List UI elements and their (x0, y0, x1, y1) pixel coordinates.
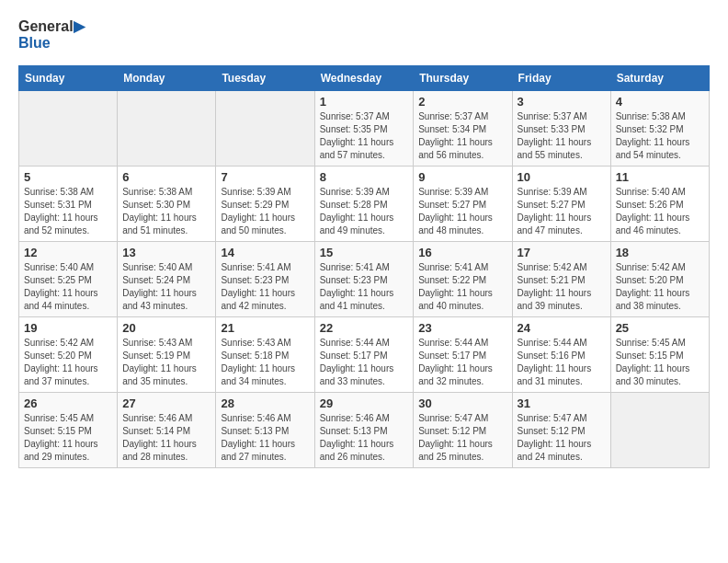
day-info: Sunrise: 5:38 AM Sunset: 5:32 PM Dayligh… (616, 110, 704, 162)
logo-text: General▶ Blue (18, 18, 85, 51)
col-header-saturday: Saturday (610, 66, 709, 91)
week-row-1: 1Sunrise: 5:37 AM Sunset: 5:35 PM Daylig… (19, 91, 710, 167)
day-info: Sunrise: 5:45 AM Sunset: 5:15 PM Dayligh… (24, 412, 112, 464)
day-cell: 1Sunrise: 5:37 AM Sunset: 5:35 PM Daylig… (314, 91, 414, 167)
day-number: 17 (518, 246, 606, 259)
day-info: Sunrise: 5:40 AM Sunset: 5:24 PM Dayligh… (122, 261, 210, 313)
col-header-thursday: Thursday (414, 66, 512, 91)
day-cell: 5Sunrise: 5:38 AM Sunset: 5:31 PM Daylig… (19, 167, 118, 242)
calendar-table: SundayMondayTuesdayWednesdayThursdayFrid… (18, 65, 710, 468)
day-cell: 23Sunrise: 5:44 AM Sunset: 5:17 PM Dayli… (414, 317, 512, 393)
day-info: Sunrise: 5:39 AM Sunset: 5:27 PM Dayligh… (518, 186, 606, 237)
day-number: 9 (418, 170, 506, 184)
day-info: Sunrise: 5:37 AM Sunset: 5:33 PM Dayligh… (518, 110, 606, 162)
day-info: Sunrise: 5:46 AM Sunset: 5:14 PM Dayligh… (122, 412, 210, 464)
day-number: 31 (518, 396, 606, 410)
col-header-monday: Monday (118, 66, 216, 91)
day-cell: 16Sunrise: 5:41 AM Sunset: 5:22 PM Dayli… (414, 242, 512, 317)
day-cell (216, 91, 314, 167)
day-number: 20 (122, 321, 210, 335)
day-number: 15 (320, 246, 409, 259)
day-info: Sunrise: 5:44 AM Sunset: 5:16 PM Dayligh… (518, 337, 606, 388)
day-cell (19, 91, 118, 167)
day-cell: 30Sunrise: 5:47 AM Sunset: 5:12 PM Dayli… (414, 393, 512, 468)
day-cell: 25Sunrise: 5:45 AM Sunset: 5:15 PM Dayli… (610, 317, 709, 393)
day-info: Sunrise: 5:46 AM Sunset: 5:13 PM Dayligh… (320, 412, 409, 464)
day-cell: 13Sunrise: 5:40 AM Sunset: 5:24 PM Dayli… (118, 242, 216, 317)
day-number: 6 (122, 170, 210, 184)
day-cell: 14Sunrise: 5:41 AM Sunset: 5:23 PM Dayli… (216, 242, 314, 317)
day-number: 19 (24, 321, 112, 335)
day-number: 8 (320, 170, 409, 184)
day-info: Sunrise: 5:41 AM Sunset: 5:23 PM Dayligh… (320, 261, 409, 313)
day-cell: 7Sunrise: 5:39 AM Sunset: 5:29 PM Daylig… (216, 167, 314, 242)
day-info: Sunrise: 5:47 AM Sunset: 5:12 PM Dayligh… (518, 412, 606, 464)
day-number: 7 (221, 170, 309, 184)
day-info: Sunrise: 5:39 AM Sunset: 5:28 PM Dayligh… (320, 186, 409, 237)
day-number: 13 (122, 246, 210, 259)
day-cell: 11Sunrise: 5:40 AM Sunset: 5:26 PM Dayli… (610, 167, 709, 242)
day-info: Sunrise: 5:38 AM Sunset: 5:31 PM Dayligh… (24, 186, 112, 237)
day-info: Sunrise: 5:42 AM Sunset: 5:20 PM Dayligh… (24, 337, 112, 388)
day-cell: 3Sunrise: 5:37 AM Sunset: 5:33 PM Daylig… (512, 91, 610, 167)
day-number: 30 (418, 396, 506, 410)
day-cell: 22Sunrise: 5:44 AM Sunset: 5:17 PM Dayli… (314, 317, 414, 393)
day-cell: 21Sunrise: 5:43 AM Sunset: 5:18 PM Dayli… (216, 317, 314, 393)
day-info: Sunrise: 5:43 AM Sunset: 5:19 PM Dayligh… (122, 337, 210, 388)
week-row-4: 19Sunrise: 5:42 AM Sunset: 5:20 PM Dayli… (19, 317, 710, 393)
day-number: 3 (518, 95, 606, 109)
week-row-2: 5Sunrise: 5:38 AM Sunset: 5:31 PM Daylig… (19, 167, 710, 242)
day-cell: 15Sunrise: 5:41 AM Sunset: 5:23 PM Dayli… (314, 242, 414, 317)
day-info: Sunrise: 5:41 AM Sunset: 5:22 PM Dayligh… (418, 261, 506, 313)
day-number: 1 (320, 95, 409, 109)
day-cell (610, 393, 709, 468)
header: General▶ Blue (18, 18, 710, 51)
day-number: 29 (320, 396, 409, 410)
day-cell: 10Sunrise: 5:39 AM Sunset: 5:27 PM Dayli… (512, 167, 610, 242)
day-cell: 2Sunrise: 5:37 AM Sunset: 5:34 PM Daylig… (414, 91, 512, 167)
logo: General▶ Blue (18, 18, 85, 51)
day-cell: 8Sunrise: 5:39 AM Sunset: 5:28 PM Daylig… (314, 167, 414, 242)
day-info: Sunrise: 5:47 AM Sunset: 5:12 PM Dayligh… (418, 412, 506, 464)
day-cell: 28Sunrise: 5:46 AM Sunset: 5:13 PM Dayli… (216, 393, 314, 468)
day-number: 11 (616, 170, 704, 184)
day-cell: 9Sunrise: 5:39 AM Sunset: 5:27 PM Daylig… (414, 167, 512, 242)
day-info: Sunrise: 5:46 AM Sunset: 5:13 PM Dayligh… (221, 412, 309, 464)
day-cell: 26Sunrise: 5:45 AM Sunset: 5:15 PM Dayli… (19, 393, 118, 468)
day-info: Sunrise: 5:44 AM Sunset: 5:17 PM Dayligh… (320, 337, 409, 388)
day-cell: 27Sunrise: 5:46 AM Sunset: 5:14 PM Dayli… (118, 393, 216, 468)
day-cell: 24Sunrise: 5:44 AM Sunset: 5:16 PM Dayli… (512, 317, 610, 393)
col-header-friday: Friday (512, 66, 610, 91)
header-row: SundayMondayTuesdayWednesdayThursdayFrid… (19, 66, 710, 91)
day-cell: 31Sunrise: 5:47 AM Sunset: 5:12 PM Dayli… (512, 393, 610, 468)
day-number: 24 (518, 321, 606, 335)
day-number: 22 (320, 321, 409, 335)
day-cell: 6Sunrise: 5:38 AM Sunset: 5:30 PM Daylig… (118, 167, 216, 242)
day-info: Sunrise: 5:42 AM Sunset: 5:21 PM Dayligh… (518, 261, 606, 313)
day-number: 18 (616, 246, 704, 259)
day-number: 27 (122, 396, 210, 410)
day-cell: 19Sunrise: 5:42 AM Sunset: 5:20 PM Dayli… (19, 317, 118, 393)
col-header-wednesday: Wednesday (314, 66, 414, 91)
day-info: Sunrise: 5:40 AM Sunset: 5:25 PM Dayligh… (24, 261, 112, 313)
col-header-sunday: Sunday (19, 66, 118, 91)
day-number: 21 (221, 321, 309, 335)
day-number: 28 (221, 396, 309, 410)
day-info: Sunrise: 5:39 AM Sunset: 5:27 PM Dayligh… (418, 186, 506, 237)
day-info: Sunrise: 5:38 AM Sunset: 5:30 PM Dayligh… (122, 186, 210, 237)
day-number: 23 (418, 321, 506, 335)
day-info: Sunrise: 5:43 AM Sunset: 5:18 PM Dayligh… (221, 337, 309, 388)
day-number: 16 (418, 246, 506, 259)
day-cell: 12Sunrise: 5:40 AM Sunset: 5:25 PM Dayli… (19, 242, 118, 317)
day-number: 12 (24, 246, 112, 259)
day-cell: 4Sunrise: 5:38 AM Sunset: 5:32 PM Daylig… (610, 91, 709, 167)
day-cell: 18Sunrise: 5:42 AM Sunset: 5:20 PM Dayli… (610, 242, 709, 317)
day-info: Sunrise: 5:37 AM Sunset: 5:35 PM Dayligh… (320, 110, 409, 162)
day-cell: 20Sunrise: 5:43 AM Sunset: 5:19 PM Dayli… (118, 317, 216, 393)
week-row-3: 12Sunrise: 5:40 AM Sunset: 5:25 PM Dayli… (19, 242, 710, 317)
week-row-5: 26Sunrise: 5:45 AM Sunset: 5:15 PM Dayli… (19, 393, 710, 468)
day-number: 2 (418, 95, 506, 109)
day-number: 26 (24, 396, 112, 410)
day-info: Sunrise: 5:37 AM Sunset: 5:34 PM Dayligh… (418, 110, 506, 162)
day-number: 10 (518, 170, 606, 184)
